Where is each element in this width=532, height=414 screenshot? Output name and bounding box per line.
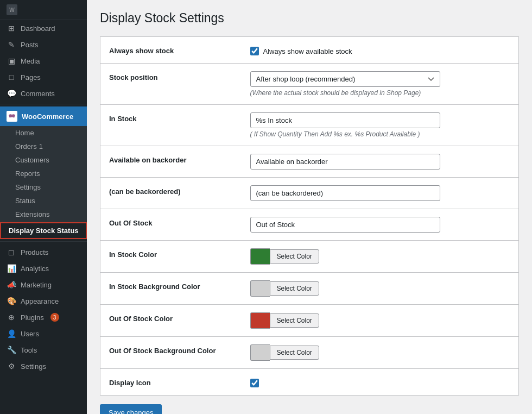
sidebar-item-extensions[interactable]: Extensions [0, 208, 87, 221]
in-stock-bg-color-swatch[interactable] [250, 280, 270, 297]
sidebar-item-display-stock-status[interactable]: Display Stock Status [0, 222, 87, 239]
sidebar-item-woocommerce[interactable]: WooCommerce [0, 106, 87, 126]
field-label-in-stock-bg-color: In Stock Background Color [100, 273, 242, 305]
field-label-out-of-stock-color: Out Of Stock Color [100, 305, 242, 337]
row-always-show-stock: Always show stock Always show available … [100, 37, 519, 64]
sidebar-item-tools[interactable]: 🔧 Tools [0, 342, 87, 358]
row-available-on-backorder: Available on backorder [100, 146, 519, 178]
out-of-stock-bg-color-button[interactable]: Select Color [270, 346, 319, 360]
in-stock-bg-color-control: Select Color [250, 280, 510, 297]
available-on-backorder-input[interactable] [250, 154, 440, 170]
sidebar-item-plugins[interactable]: ⊕ Plugins 3 [0, 309, 87, 325]
sidebar-item-dashboard[interactable]: ⊞ Dashboard [0, 20, 87, 36]
sidebar-item-home[interactable]: Home [0, 126, 87, 140]
field-label-display-icon: Display Icon [100, 369, 242, 396]
sidebar-item-label: Comments [21, 90, 55, 98]
out-of-stock-input[interactable] [250, 217, 440, 233]
stock-position-select[interactable]: After shop loop (recommended) Before sho… [250, 71, 440, 87]
row-in-stock-bg-color: In Stock Background Color Select Color [100, 273, 519, 305]
row-out-of-stock-color: Out Of Stock Color Select Color [100, 305, 519, 337]
products-icon: ◻ [7, 248, 16, 256]
sidebar-item-label: Dashboard [21, 24, 55, 33]
sidebar-item-label: Media [21, 57, 40, 65]
comments-icon: 💬 [7, 89, 16, 98]
sidebar-item-products[interactable]: ◻ Products [0, 244, 87, 260]
sidebar-sub-label: Orders [15, 142, 37, 150]
sidebar-item-comments[interactable]: 💬 Comments [0, 85, 87, 102]
tools-icon: 🔧 [7, 346, 16, 354]
sidebar-item-appearance[interactable]: 🎨 Appearance [0, 293, 87, 309]
plugins-badge: 3 [50, 313, 59, 322]
appearance-icon: 🎨 [7, 297, 16, 305]
sidebar-sub-label: Display Stock Status [9, 227, 79, 235]
sidebar-item-users[interactable]: 👤 Users [0, 325, 87, 342]
sidebar-item-label: Appearance [21, 297, 59, 305]
save-changes-button[interactable]: Save changes [100, 404, 162, 414]
woo-arrow-icon [83, 112, 87, 121]
sidebar-item-settings2[interactable]: ⚙ Settings [0, 358, 87, 374]
out-of-stock-color-swatch[interactable] [250, 312, 270, 329]
sidebar-item-label: Posts [21, 41, 39, 49]
sidebar-item-media[interactable]: ▣ Media [0, 53, 87, 69]
stock-position-helper: (Where the actual stock should be displa… [250, 89, 510, 97]
row-can-be-backordered: (can be backordered) [100, 178, 519, 209]
always-show-stock-control: Always show available stock [250, 45, 510, 55]
sidebar-item-reports[interactable]: Reports [0, 167, 87, 180]
sidebar-item-customers[interactable]: Customers [0, 153, 87, 167]
page-title: Display Stock Settings [100, 11, 519, 26]
sidebar-item-label: Marketing [21, 281, 52, 289]
in-stock-input[interactable] [250, 112, 440, 128]
row-display-icon: Display Icon [100, 369, 519, 396]
marketing-icon: 📣 [7, 280, 16, 289]
users-icon: 👤 [7, 329, 16, 338]
row-out-of-stock-bg-color: Out Of Stock Background Color Select Col… [100, 337, 519, 369]
sidebar-sub-label: Status [15, 197, 35, 205]
sidebar-item-label: Tools [21, 346, 37, 354]
sidebar-item-status[interactable]: Status [0, 194, 87, 208]
row-in-stock: In Stock ( If Show Quantity Then Add %s … [100, 105, 519, 146]
row-stock-position: Stock position After shop loop (recommen… [100, 64, 519, 105]
sidebar-sub-label: Customers [15, 156, 49, 164]
wp-logo: W [7, 4, 17, 15]
settings2-icon: ⚙ [7, 362, 16, 371]
media-icon: ▣ [7, 57, 16, 65]
can-be-backordered-input[interactable] [250, 185, 440, 201]
sidebar-sub-label: Reports [15, 170, 40, 178]
sidebar-item-orders[interactable]: Orders 1 [0, 140, 87, 153]
display-icon-control [250, 377, 510, 387]
sidebar-item-posts[interactable]: ✎ Posts [0, 36, 87, 53]
field-label-out-of-stock: Out Of Stock [100, 209, 242, 241]
settings-table: Always show stock Always show available … [100, 36, 519, 396]
sidebar: W ⊞ Dashboard ✎ Posts ▣ Media □ Pages 💬 … [0, 0, 87, 414]
sidebar-item-label: Settings [21, 362, 46, 371]
in-stock-color-swatch[interactable] [250, 248, 270, 265]
out-of-stock-bg-color-swatch[interactable] [250, 344, 270, 361]
field-label-always-show-stock: Always show stock [100, 37, 242, 64]
field-label-in-stock: In Stock [100, 105, 242, 146]
plugins-icon: ⊕ [7, 313, 16, 322]
woo-label: WooCommerce [22, 112, 73, 121]
display-icon-checkbox[interactable] [250, 379, 259, 387]
sidebar-sub-label: Home [15, 129, 34, 137]
sidebar-item-label: Pages [21, 73, 41, 81]
sidebar-sub-label: Extensions [15, 210, 50, 218]
sidebar-item-settings[interactable]: Settings [0, 180, 87, 194]
sidebar-item-analytics[interactable]: 📊 Analytics [0, 260, 87, 277]
orders-badge: 1 [39, 142, 43, 150]
dashboard-icon: ⊞ [7, 24, 16, 33]
out-of-stock-color-button[interactable]: Select Color [270, 313, 319, 328]
woo-submenu: Home Orders 1 Customers Reports Settings… [0, 126, 87, 239]
sidebar-item-marketing[interactable]: 📣 Marketing [0, 277, 87, 293]
in-stock-color-button[interactable]: Select Color [270, 249, 319, 264]
in-stock-bg-color-button[interactable]: Select Color [270, 281, 319, 296]
row-in-stock-color: In Stock Color Select Color [100, 241, 519, 273]
always-show-stock-checkbox[interactable] [250, 47, 259, 55]
always-show-stock-checkbox-label: Always show available stock [263, 47, 352, 55]
sidebar-item-pages[interactable]: □ Pages [0, 69, 87, 85]
field-label-in-stock-color: In Stock Color [100, 241, 242, 273]
in-stock-helper: ( If Show Quantity Then Add %s ex. %s Pr… [250, 130, 510, 138]
sidebar-item-label: Products [21, 248, 48, 256]
site-logo[interactable]: W [0, 0, 87, 20]
sidebar-item-label: Plugins [21, 313, 44, 322]
sidebar-item-label: Users [21, 330, 39, 338]
